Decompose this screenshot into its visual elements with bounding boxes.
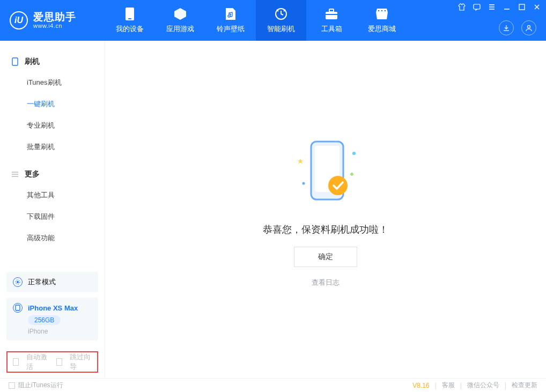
app-header: iU 爱思助手 www.i4.cn 我的设备 应用游戏 铃声壁纸 [0, 0, 546, 41]
separator: | [435, 382, 437, 389]
skip-guide-checkbox[interactable] [56, 358, 62, 366]
svg-point-11 [528, 26, 530, 28]
version-label: V8.16 [412, 382, 429, 389]
footer: 阻止iTunes运行 V8.16 | 客服 | 微信公众号 | 检查更新 [0, 378, 546, 392]
footer-link-wechat[interactable]: 微信公众号 [467, 381, 499, 390]
sidebar-group-more: 更多 [0, 165, 105, 184]
main-content: 恭喜您，保资料刷机成功啦！ 确定 查看日志 [105, 41, 546, 378]
music-file-icon [224, 7, 238, 21]
svg-rect-15 [16, 305, 20, 310]
logo-block: iU 爱思助手 www.i4.cn [0, 0, 105, 41]
svg-point-21 [302, 182, 305, 184]
svg-rect-4 [329, 9, 334, 12]
footer-right: V8.16 | 客服 | 微信公众号 | 检查更新 [412, 381, 537, 390]
refresh-gear-icon [274, 7, 288, 21]
header-tabs: 我的设备 应用游戏 铃声壁纸 智能刷机 工具箱 [105, 0, 407, 41]
mode-icon [13, 277, 23, 287]
sidebar-item-download-firmware[interactable]: 下载固件 [0, 206, 105, 227]
shirt-icon[interactable] [457, 2, 467, 12]
svg-point-6 [378, 10, 380, 12]
menu-icon[interactable] [487, 2, 497, 12]
sidebar-item-batch-flash[interactable]: 批量刷机 [0, 136, 105, 158]
svg-rect-9 [474, 4, 480, 9]
sidebar-item-other-tools[interactable]: 其他工具 [0, 184, 105, 206]
bottom-options: 自动激活 跳过向导 [6, 351, 98, 373]
header-actions [499, 20, 536, 35]
tab-smart-flash[interactable]: 智能刷机 [256, 0, 306, 41]
block-itunes-checkbox[interactable] [9, 382, 15, 389]
tab-ringtones-wallpapers[interactable]: 铃声壁纸 [205, 0, 256, 41]
svg-rect-12 [12, 58, 18, 65]
result-message: 恭喜您，保资料刷机成功啦！ [263, 223, 388, 236]
tab-label: 铃声壁纸 [217, 24, 245, 34]
sidebar-group-flash: 刷机 [0, 53, 105, 72]
store-icon [375, 7, 389, 21]
toolbox-icon [324, 7, 338, 21]
block-itunes-label: 阻止iTunes运行 [18, 381, 63, 390]
svg-rect-5 [326, 14, 337, 15]
svg-rect-20 [350, 172, 353, 176]
tab-label: 爱思商城 [368, 24, 396, 34]
maximize-icon[interactable] [517, 2, 527, 12]
tab-label: 工具箱 [321, 24, 342, 34]
logo-icon: iU [10, 11, 28, 29]
app-title: 爱思助手 [33, 12, 76, 23]
svg-point-7 [381, 10, 383, 12]
tab-my-device[interactable]: 我的设备 [105, 0, 155, 41]
body-area: 刷机 iTunes刷机 一键刷机 专业刷机 批量刷机 更多 其他工具 下载固件 … [0, 41, 546, 378]
device-capacity: 256GB [28, 315, 61, 325]
user-button[interactable] [521, 20, 536, 35]
device-name: iPhone XS Max [28, 304, 78, 312]
tab-apps-games[interactable]: 应用游戏 [155, 0, 205, 41]
footer-left: 阻止iTunes运行 [9, 381, 63, 390]
footer-link-update[interactable]: 检查更新 [512, 381, 537, 390]
download-button[interactable] [499, 20, 514, 35]
tab-label: 智能刷机 [267, 24, 295, 34]
view-log-link[interactable]: 查看日志 [312, 278, 340, 287]
footer-link-support[interactable]: 客服 [442, 381, 455, 390]
device-card[interactable]: iPhone XS Max 256GB iPhone [6, 298, 98, 341]
device-icon [13, 303, 23, 313]
sidebar-item-pro-flash[interactable]: 专业刷机 [0, 115, 105, 136]
separator: | [460, 382, 462, 389]
device-type: iPhone [28, 328, 48, 335]
sidebar-item-oneclick-flash[interactable]: 一键刷机 [0, 93, 105, 115]
svg-point-13 [17, 281, 19, 283]
phone-icon [123, 7, 137, 21]
svg-point-19 [352, 152, 356, 155]
phone-small-icon [11, 57, 19, 66]
sidebar-item-itunes-flash[interactable]: iTunes刷机 [0, 72, 105, 93]
logo-text: 爱思助手 www.i4.cn [33, 12, 76, 29]
svg-rect-3 [326, 12, 337, 19]
list-icon [11, 170, 19, 179]
device-cards: 正常模式 iPhone XS Max 256GB iPhone [6, 272, 98, 341]
svg-rect-1 [128, 18, 131, 19]
auto-activate-checkbox[interactable] [13, 358, 19, 366]
svg-rect-10 [519, 4, 525, 10]
tab-toolbox[interactable]: 工具箱 [306, 0, 357, 41]
success-illustration [285, 132, 366, 212]
feedback-icon[interactable] [472, 2, 482, 12]
svg-point-8 [385, 10, 386, 12]
sidebar-item-advanced[interactable]: 高级功能 [0, 227, 105, 249]
close-icon[interactable] [532, 2, 542, 12]
tab-label: 我的设备 [116, 24, 144, 34]
separator: | [505, 382, 506, 389]
group-title: 更多 [25, 169, 40, 179]
group-title: 刷机 [25, 57, 40, 66]
svg-point-18 [328, 176, 348, 195]
mode-label: 正常模式 [28, 277, 56, 287]
device-mode-card[interactable]: 正常模式 [6, 272, 98, 292]
cube-icon [173, 7, 187, 21]
tab-label: 应用游戏 [166, 24, 194, 34]
sidebar: 刷机 iTunes刷机 一键刷机 专业刷机 批量刷机 更多 其他工具 下载固件 … [0, 41, 105, 378]
skip-guide-label: 跳过向导 [70, 352, 92, 372]
window-controls [457, 2, 542, 12]
ok-button[interactable]: 确定 [294, 247, 357, 267]
auto-activate-label: 自动激活 [26, 352, 48, 372]
tab-store[interactable]: 爱思商城 [357, 0, 407, 41]
app-subtitle: www.i4.cn [33, 23, 76, 29]
minimize-icon[interactable] [502, 2, 512, 12]
